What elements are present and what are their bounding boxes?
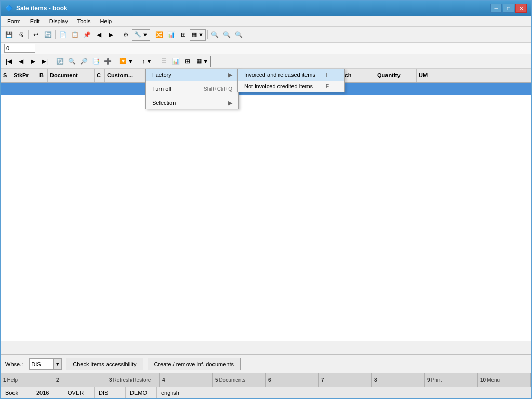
status-year: 2016 <box>32 387 63 398</box>
sort-toolbar-arrow: ▼ <box>146 58 152 64</box>
status-language: english <box>157 387 188 398</box>
excel-button[interactable]: 📊 <box>170 56 181 67</box>
dropdown-arrow: ▼ <box>142 32 148 38</box>
minimize-button[interactable]: ─ <box>490 4 502 13</box>
col-quantity: Quantity <box>375 69 417 82</box>
fkey-5-num: 5 <box>215 377 218 383</box>
separator-4 <box>152 30 152 39</box>
more-dropdown[interactable]: ▦ ▼ <box>194 56 211 67</box>
columns-button[interactable]: ⊞ <box>182 56 193 67</box>
create-inf-documents-button[interactable]: Create / remove inf. documents <box>148 358 241 370</box>
export-button[interactable]: 📊 <box>166 29 177 41</box>
col-customer: Custom... <box>105 69 147 82</box>
more-arrow: ▼ <box>203 58 208 64</box>
filter-toolbar-dropdown[interactable]: 🔽 ▼ <box>117 56 136 67</box>
undo-button[interactable]: ↩ <box>30 29 42 41</box>
menu-edit[interactable]: Edit <box>26 16 44 26</box>
submenu-invoiced-label: Invoiced and released items <box>244 72 315 78</box>
search-btn-3[interactable]: 🔍 <box>233 29 245 41</box>
app-icon: 🔷 <box>5 5 13 12</box>
bottom-bar: Whse.: ▼ Check items accessibility Creat… <box>1 354 531 373</box>
prev-button[interactable]: ◀ <box>15 56 26 67</box>
new-button[interactable]: 📄 <box>57 29 69 41</box>
settings-button[interactable]: ⚙ <box>120 29 131 41</box>
fkey-10[interactable]: 10 Menu <box>478 373 531 387</box>
whse-input-wrapper: ▼ <box>29 358 62 370</box>
submenu: Invoiced and released items F Not invoic… <box>237 69 345 92</box>
print-button[interactable]: 🖨 <box>15 29 26 41</box>
col-c: C <box>95 69 105 82</box>
title-bar: 🔷 Sale items - book ─ □ ✕ <box>1 1 531 16</box>
menu-tools[interactable]: Tools <box>73 16 95 26</box>
restore-button[interactable]: □ <box>503 4 514 13</box>
dropdown-selection-label: Selection <box>152 100 176 106</box>
close-button[interactable]: ✕ <box>515 4 527 13</box>
sort-toolbar-icon: ↕ <box>142 58 145 64</box>
save-button[interactable]: 💾 <box>3 29 15 41</box>
whse-dropdown-arrow[interactable]: ▼ <box>53 359 61 369</box>
whse-input[interactable] <box>30 359 53 369</box>
menu-form[interactable]: Form <box>3 16 25 26</box>
separator-5 <box>207 30 208 39</box>
status-bottom: Book 2016 OVER DIS DEMO english <box>1 387 531 398</box>
fkey-8[interactable]: 8 <box>372 373 425 387</box>
find-next-button[interactable]: 🔎 <box>78 56 89 67</box>
fkey-6[interactable]: 6 <box>266 373 319 387</box>
grid-button[interactable]: ⊞ <box>178 29 189 41</box>
find-all-button[interactable]: 📑 <box>90 56 101 67</box>
status-bar <box>1 341 531 354</box>
sort-button[interactable]: 🔀 <box>154 29 165 41</box>
sort-toolbar-dropdown[interactable]: ↕ ▼ <box>140 56 154 67</box>
submenu-not-invoiced-label: Not invoiced credited items <box>244 83 313 89</box>
next-button[interactable]: ▶ <box>27 56 38 67</box>
last-button[interactable]: ▶| <box>39 56 50 67</box>
menu-help[interactable]: Help <box>96 16 116 26</box>
search-btn-1[interactable]: 🔍 <box>209 29 221 41</box>
fkey-3-num: 3 <box>109 377 112 383</box>
fkey-10-num: 10 <box>480 377 486 383</box>
search-btn-2[interactable]: 🔍 <box>221 29 233 41</box>
dropdown-factory-label: Factory <box>152 72 171 78</box>
fkey-4[interactable]: 4 <box>160 373 213 387</box>
dropdown-selection[interactable]: Selection ▶ <box>146 97 238 109</box>
nav-right-button[interactable]: ▶ <box>105 29 116 41</box>
add-record-button[interactable]: ➕ <box>102 56 113 67</box>
fkey-8-num: 8 <box>374 377 377 383</box>
num-bar <box>1 43 531 54</box>
menu-bar: Form Edit Display Tools Help <box>1 16 531 27</box>
fkey-7[interactable]: 7 <box>319 373 372 387</box>
dropdown-turnoff-label: Turn off <box>152 86 171 92</box>
fkey-1[interactable]: 1 Help <box>1 373 54 387</box>
first-button[interactable]: |◀ <box>3 56 15 67</box>
copy-button[interactable]: 📋 <box>69 29 81 41</box>
fkey-5[interactable]: 5 Documents <box>213 373 266 387</box>
redo-button[interactable]: 🔄 <box>42 29 54 41</box>
paste-button[interactable]: 📌 <box>81 29 92 41</box>
toolbar-nav: |◀ ◀ ▶ ▶| 🔃 🔍 🔎 📑 ➕ 🔽 ▼ ↕ ▼ ☰ 📊 ⊞ ▦ ▼ <box>1 54 531 69</box>
view-dropdown[interactable]: ▦ ▼ <box>190 29 206 41</box>
menu-display[interactable]: Display <box>45 16 72 26</box>
nav-left-button[interactable]: ◀ <box>93 29 104 41</box>
dropdown-turnoff[interactable]: Turn off Shift+Ctrl+Q <box>146 83 238 95</box>
fkey-3[interactable]: 3 Refresh/Restore <box>107 373 160 387</box>
col-um: UM <box>417 69 437 82</box>
find-button[interactable]: 🔍 <box>66 56 77 67</box>
number-input[interactable] <box>4 44 35 53</box>
dropdown-factory-arrow: ▶ <box>228 72 232 78</box>
submenu-invoiced[interactable]: Invoiced and released items F <box>238 69 344 81</box>
fkey-1-num: 1 <box>3 377 6 383</box>
dropdown-sep-1 <box>146 82 238 82</box>
filter-dropdown[interactable]: 🔧 ▼ <box>132 29 150 41</box>
col-document: Document <box>48 69 95 82</box>
fkey-2[interactable]: 2 <box>54 373 107 387</box>
dropdown-factory[interactable]: Factory ▶ <box>146 69 238 81</box>
refresh-button[interactable]: 🔃 <box>54 56 65 67</box>
check-accessibility-button[interactable]: Check items accessibility <box>66 358 143 370</box>
filter-icon: 🔧 <box>134 31 141 38</box>
nav-sep-4 <box>156 57 156 66</box>
list-view-button[interactable]: ☰ <box>158 56 169 67</box>
fkey-9[interactable]: 9 Print <box>425 373 478 387</box>
status-over: OVER <box>63 387 95 398</box>
submenu-not-invoiced[interactable]: Not invoiced credited items F <box>238 81 344 92</box>
separator-1 <box>28 30 29 39</box>
